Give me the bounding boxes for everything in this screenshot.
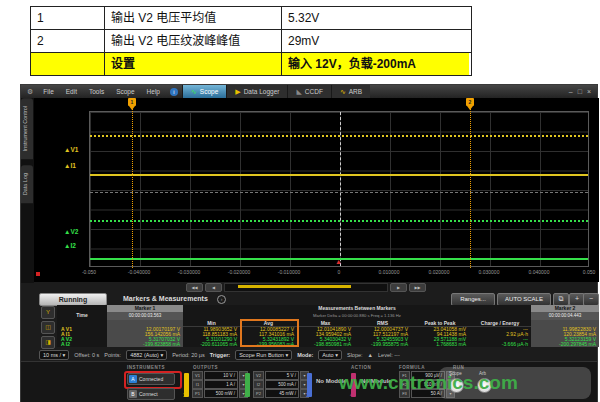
timebase-dropdown[interactable]: 10 ms / ▾	[39, 350, 69, 360]
i2-rms: -199.955875 mA	[354, 342, 411, 347]
trace-label-v1[interactable]: ▲V1	[64, 146, 88, 153]
points-label: Points:	[104, 352, 121, 358]
chart-scrollbar: ◀◀ ◀ ▶ ▶▶	[186, 283, 426, 291]
markers-measurements-title: Markers & Measurements	[123, 295, 208, 302]
scroll-thumb[interactable]	[238, 285, 351, 288]
v2-setting: 5 V /	[265, 371, 299, 380]
watermark-text: www.cntronics.com	[339, 372, 518, 394]
measurement-tool-icon[interactable]: ◨	[41, 336, 55, 349]
i2-min: -200.611065 mA	[183, 342, 240, 347]
scroll-last-button[interactable]: ▶▶	[409, 283, 426, 292]
menu-file[interactable]: File	[37, 88, 59, 95]
instruments-header: INSTRUMENTS	[127, 365, 165, 370]
module2-voltage-row: V2 5 V / ▾	[253, 372, 309, 379]
instrument-b-connect-button[interactable]: B Connect	[127, 388, 175, 400]
plot-area[interactable]	[89, 111, 589, 267]
instrument-b-chip: B	[129, 390, 137, 398]
marker1-header: Marker 1	[107, 305, 183, 312]
tab-scope[interactable]: ∿ Scope	[182, 85, 226, 98]
waveform-icon: ∿	[191, 88, 197, 96]
col-header-max[interactable]: Max	[297, 320, 354, 327]
filter-icon[interactable]: Y	[41, 306, 55, 319]
i2-charge: -3.666 µA·h	[469, 342, 531, 347]
col-header-min[interactable]: Min	[183, 320, 240, 327]
table-side-buttons: Y ◫ ◨	[41, 306, 54, 349]
info-icon[interactable]: i	[170, 88, 178, 96]
menu-help[interactable]: Help	[141, 88, 166, 95]
side-tab-data-log[interactable]: Data Log	[21, 165, 33, 203]
scope-app-window: ⚙ File Edit Tools Scope Help i ∿ Scope ▶…	[20, 84, 598, 402]
i2-marker2: -200.297845 mA	[531, 342, 599, 347]
ground-reference-icon	[36, 272, 40, 276]
side-tab-strip: Instrument Control Data Log	[21, 98, 34, 283]
module3-number: 3	[306, 392, 309, 398]
x-tick: 0.010000	[367, 269, 411, 275]
menu-tools[interactable]: Tools	[83, 88, 110, 95]
tab-ccdf[interactable]: ◣ CCDF	[287, 85, 330, 98]
trigger-point-icon[interactable]: ▲	[335, 258, 342, 265]
row-value: 5.32V	[282, 7, 469, 29]
col-header-charge-energy[interactable]: Charge / Energy	[469, 320, 531, 327]
col-header-rms[interactable]: RMS	[354, 320, 411, 327]
action-header: ACTION	[351, 365, 371, 370]
i2-setting: 500 mA /	[265, 380, 299, 389]
tab-arb[interactable]: ∿ ARB	[331, 85, 370, 98]
trace-label-i1[interactable]: ▲I1	[64, 162, 88, 169]
offset-label: Offset: 0 s	[74, 352, 99, 358]
marker-1-flag[interactable]: 1	[128, 98, 136, 106]
scroll-prev-button[interactable]: ◀	[205, 283, 222, 292]
trace-reference	[90, 192, 588, 193]
p1-setting: 500 mW /	[204, 389, 238, 398]
module1-current-row: I1 1 A / ▾	[192, 381, 248, 388]
scroll-track[interactable]	[224, 283, 388, 292]
row-value: 29mV	[282, 30, 469, 52]
mode-dropdown[interactable]: Auto ▾	[318, 350, 342, 360]
trace-v1	[90, 135, 588, 137]
slope-icon[interactable]: ▲	[368, 352, 373, 358]
points-dropdown[interactable]: 4882 (Auto) ▾	[126, 350, 167, 360]
p2-chip: P2	[253, 389, 264, 398]
level-label: Level: ---	[378, 352, 400, 358]
between-markers-subtext: Marker Delta = 00:00:00.880 s Freq = 1.1…	[183, 312, 531, 320]
v1-chip: V1	[192, 371, 203, 380]
mode-label: Mode:	[297, 352, 313, 358]
window-controls: – □ ×	[569, 88, 597, 95]
slope-label: Slope:	[347, 352, 363, 358]
tab-data-logger[interactable]: ▶ Data Logger	[226, 85, 287, 98]
menu-scope[interactable]: Scope	[110, 88, 140, 95]
side-tab-instrument-control[interactable]: Instrument Control	[21, 98, 33, 159]
col-header-peak-to-peak[interactable]: Peak to Peak	[411, 320, 469, 327]
p1-chip: P1	[192, 389, 203, 398]
trigger-source-dropdown[interactable]: Scope Run Button ▾	[235, 350, 292, 360]
module2-number: 2	[244, 392, 247, 398]
scroll-next-button[interactable]: ▶	[390, 283, 407, 292]
marker-tool-icon[interactable]: ◫	[41, 321, 55, 334]
x-tick: 0.020000	[417, 269, 461, 275]
play-icon: ▶	[235, 88, 240, 96]
trigger-label: Trigger:	[210, 352, 230, 358]
scroll-first-button[interactable]: ◀◀	[186, 283, 203, 292]
p2-setting: 45 mW /	[265, 389, 299, 398]
x-tick: -0.050	[67, 269, 111, 275]
acquisition-controls: 10 ms / ▾ Offset: 0 s Points: 4882 (Auto…	[39, 350, 599, 360]
gear-icon[interactable]: ⚙	[21, 88, 37, 96]
row-item: 输出 V2 电压纹波峰峰值	[105, 30, 282, 52]
table-row-highlighted: 设置 输入 12V，负载-200mA	[31, 53, 471, 76]
trace-label-v2[interactable]: ▲V2	[64, 228, 88, 235]
trace-label-i2[interactable]: ▲I2	[64, 242, 88, 249]
minimize-button[interactable]: –	[569, 88, 573, 95]
module1-number: 1	[183, 392, 186, 398]
i1-setting: 1 A /	[204, 380, 238, 389]
instrument-a-connected-button[interactable]: A Connected	[127, 373, 175, 385]
trace-i1	[90, 174, 588, 176]
row-number: 1	[31, 7, 105, 29]
marker-2-flag[interactable]: 2	[466, 98, 474, 106]
close-button[interactable]: ×	[587, 88, 591, 95]
expand-icon[interactable]: ›	[217, 295, 226, 304]
col-header-time: Time	[57, 305, 107, 327]
col-header-avg[interactable]: Avg	[240, 320, 297, 327]
measurements-table: Time Marker 1 Measurements Between Marke…	[57, 305, 599, 347]
table-row: 2 输出 V2 电压纹波峰峰值 29mV	[31, 30, 471, 53]
maximize-button[interactable]: □	[578, 88, 582, 95]
menu-edit[interactable]: Edit	[60, 88, 83, 95]
